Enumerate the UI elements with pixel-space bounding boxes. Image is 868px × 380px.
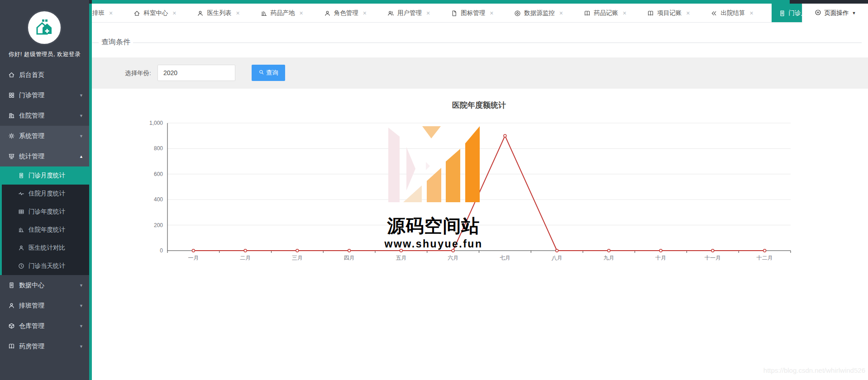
book-icon (8, 343, 15, 350)
close-icon[interactable]: × (686, 10, 690, 17)
tab-drug-billing[interactable]: 药品记账× (581, 4, 629, 23)
sidebar-subitem-outpatient-monthly-stats[interactable]: 门诊月度统计 (2, 166, 89, 185)
data-point-marker (244, 249, 247, 252)
tab-label: 用户管理 (397, 9, 422, 17)
sidebar-item-home[interactable]: 后台首页 (0, 65, 89, 85)
close-icon[interactable]: × (426, 10, 430, 17)
y-tick-label: 200 (154, 222, 163, 228)
x-tick-label: 一月 (188, 255, 199, 261)
table-icon (18, 209, 24, 215)
tab-drug-origin[interactable]: 药品产地× (258, 4, 306, 23)
close-icon[interactable]: × (109, 10, 113, 17)
tab-discharge-settlement[interactable]: 出院结算× (708, 4, 756, 23)
tab-bar: 医生排班×科室中心×医生列表×药品产地×角色管理×用户管理×图标管理×数据源监控… (92, 4, 868, 23)
tab-label: 数据源监控 (524, 9, 555, 17)
book-icon (647, 10, 654, 17)
annual-stats-line-chart: 02004006008001,000一月二月三月四月五月六月七月八月九月十月十一… (92, 88, 868, 269)
data-point-marker (192, 249, 195, 252)
chevron-down-icon: ▼ (79, 344, 83, 349)
tab-user-mgmt[interactable]: 用户管理× (385, 4, 433, 23)
tab-label: 医生排班 (92, 9, 105, 17)
sidebar-subitem-inpatient-monthly-stats[interactable]: 住院月度统计 (2, 185, 89, 203)
sidebar-subitem-outpatient-yearly-stats[interactable]: 门诊年度统计 (2, 203, 89, 221)
sidebar-subitem-inpatient-yearly-stats[interactable]: 住院年度统计 (2, 221, 89, 239)
close-icon[interactable]: × (490, 10, 493, 17)
tab-label: 药品记账 (594, 9, 618, 17)
sidebar-item-label: 药房管理 (19, 342, 44, 351)
x-tick-label: 十二月 (757, 255, 773, 261)
y-tick-label: 0 (160, 247, 163, 254)
chevron-down-icon: ▼ (79, 134, 83, 138)
sidebar-item-label: 住院管理 (19, 112, 44, 120)
sidebar-item-system-mgmt[interactable]: 系统管理▼ (0, 126, 89, 146)
data-point-marker (452, 249, 454, 252)
tab-datasource-monitor[interactable]: 数据源监控× (511, 4, 566, 23)
sidebar-item-warehouse-mgmt[interactable]: 仓库管理▼ (0, 316, 89, 336)
data-point-marker (711, 249, 714, 252)
home-icon (8, 71, 15, 78)
close-icon[interactable]: × (300, 10, 303, 17)
close-icon[interactable]: × (236, 10, 239, 17)
x-tick-label: 二月 (240, 255, 251, 261)
sidebar-subitem-outpatient-today-stats[interactable]: 门诊当天统计 (2, 257, 89, 275)
close-icon[interactable]: × (172, 10, 176, 17)
tab-doctor-scheduling[interactable]: 医生排班× (92, 4, 115, 23)
close-icon[interactable]: × (363, 10, 367, 17)
building-icon (8, 112, 15, 119)
sidebar-item-stats-mgmt[interactable]: 统计管理▲ (0, 146, 89, 166)
angles-icon (711, 10, 717, 17)
page-operations-dropdown[interactable]: 页面操作 ▼ (802, 4, 868, 23)
close-icon[interactable]: × (749, 10, 753, 17)
data-point-marker (659, 249, 662, 252)
tab-label: 角色管理 (334, 9, 358, 17)
sidebar-item-pharmacy-mgmt[interactable]: 药房管理▼ (0, 336, 89, 356)
sidebar-subitem-label: 门诊当天统计 (29, 262, 65, 270)
sidebar-item-label: 排班管理 (19, 302, 44, 310)
sidebar-subitem-doctor-stats-compare[interactable]: 医生统计对比 (2, 239, 89, 257)
chevron-down-icon: ▼ (79, 304, 83, 308)
sidebar-subitem-label: 门诊月度统计 (29, 171, 65, 180)
sidebar-item-label: 数据中心 (19, 281, 44, 290)
sidebar-item-outpatient-mgmt[interactable]: 门诊管理▼ (0, 85, 89, 105)
search-icon (258, 69, 264, 75)
sidebar-subitem-label: 医生统计对比 (29, 244, 65, 252)
tab-role-mgmt[interactable]: 角色管理× (321, 4, 369, 23)
year-select-label: 选择年份: (125, 57, 151, 89)
sidebar-item-scheduling-mgmt[interactable]: 排班管理▼ (0, 295, 89, 316)
search-button[interactable]: 查询 (252, 65, 285, 81)
sidebar-item-data-center[interactable]: 数据中心▼ (0, 275, 89, 295)
tab-icon-mgmt[interactable]: 图标管理× (448, 4, 496, 23)
chart-board-icon (8, 153, 15, 160)
file-icon (451, 10, 458, 17)
app-window: 你好! 超级管理员, 欢迎登录 后台首页门诊管理▼住院管理▼系统管理▼统计管理▲… (0, 0, 868, 380)
sidebar-item-inpatient-mgmt[interactable]: 住院管理▼ (0, 105, 89, 126)
tab-project-billing[interactable]: 项目记账× (644, 4, 692, 23)
sidebar-item-label: 后台首页 (19, 71, 44, 79)
tab-doctor-list[interactable]: 医生列表× (194, 4, 242, 23)
y-tick-label: 400 (154, 196, 163, 203)
close-icon[interactable]: × (623, 10, 626, 17)
chevron-down-icon: ▼ (79, 283, 83, 288)
tab-dept-center[interactable]: 科室中心× (131, 4, 179, 23)
data-point-marker (348, 249, 351, 252)
person-icon (324, 10, 331, 17)
y-tick-label: 800 (154, 145, 163, 152)
close-icon[interactable]: × (559, 10, 563, 17)
year-input[interactable] (157, 65, 235, 81)
chevron-up-icon: ▲ (79, 154, 83, 159)
search-button-label: 查询 (266, 69, 278, 77)
person-icon (197, 10, 204, 17)
tab-label: 科室中心 (143, 9, 168, 17)
tab-label: 医生列表 (207, 9, 231, 17)
sidebar-item-label: 系统管理 (19, 132, 44, 140)
sidebar-subitem-label: 住院年度统计 (29, 226, 65, 234)
people-icon (387, 10, 394, 17)
sidebar-subitem-label: 门诊年度统计 (29, 208, 65, 216)
grid-icon (8, 92, 15, 99)
x-tick-label: 七月 (500, 255, 510, 261)
books-icon (261, 10, 267, 17)
hospital-logo-icon (33, 17, 55, 38)
app-logo (27, 10, 62, 45)
data-point-marker (607, 249, 610, 252)
x-tick-label: 十月 (655, 255, 666, 261)
